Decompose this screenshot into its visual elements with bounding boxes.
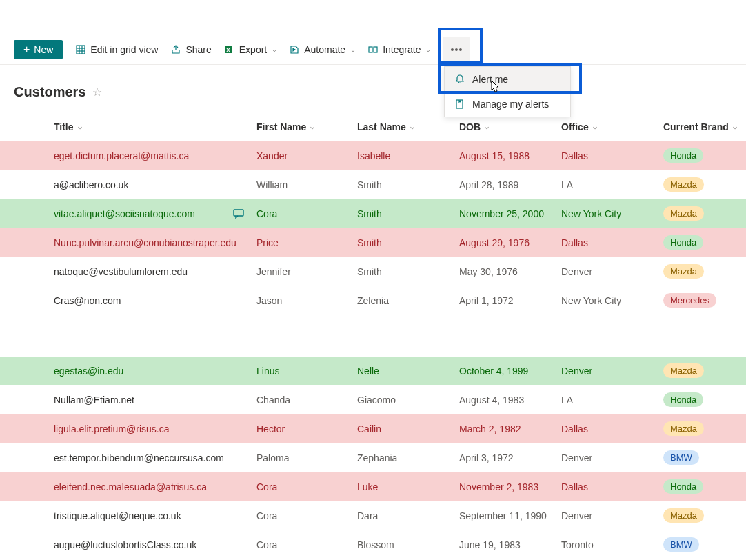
cell-last: Blossom (357, 539, 459, 550)
cell-title[interactable]: Nunc.pulvinar.arcu@conubianostraper.edu (54, 237, 236, 248)
chevron-down-icon: ⌵ (733, 123, 737, 130)
cell-dob: March 2, 1982 (459, 423, 561, 434)
col-dob[interactable]: DOB⌵ (459, 121, 561, 132)
table-row[interactable]: egestas@in.eduLinusNelleOctober 4, 1999D… (0, 357, 746, 386)
more-actions-button[interactable]: ••• (443, 37, 470, 62)
cell-brand: Mazda (663, 421, 746, 436)
cell-title[interactable]: eleifend.nec.malesuada@atrisus.ca (54, 481, 207, 492)
col-title[interactable]: Title⌵ (54, 121, 256, 132)
table-row[interactable]: est.tempor.bibendum@neccursusa.comPaloma… (0, 443, 746, 472)
col-brand[interactable]: Current Brand⌵ (663, 121, 746, 132)
table-row[interactable]: vitae.aliquet@sociisnatoque.comCoraSmith… (0, 199, 746, 228)
chevron-down-icon: ⌵ (78, 123, 82, 130)
table-row[interactable]: Nunc.pulvinar.arcu@conubianostraper.eduP… (0, 228, 746, 257)
manage-alerts-label: Manage my alerts (472, 99, 549, 110)
col-first-name[interactable]: First Name⌵ (256, 121, 357, 132)
cell-brand: Mazda (663, 206, 746, 221)
cell-office: Dallas (561, 481, 663, 492)
alert-me-item[interactable]: Alert me (445, 67, 570, 92)
cell-first: Cora (256, 481, 357, 492)
cell-last: Giacomo (357, 394, 459, 406)
cell-office: Toronto (561, 539, 663, 550)
favorite-star-icon[interactable]: ☆ (92, 86, 102, 99)
cell-title[interactable]: tristique.aliquet@neque.co.uk (54, 510, 181, 521)
cell-last: Luke (357, 481, 459, 492)
brand-pill: Honda (663, 235, 703, 250)
brand-pill: Mazda (663, 363, 704, 378)
cell-title[interactable]: a@aclibero.co.uk (54, 179, 128, 190)
share-icon (170, 44, 181, 55)
cell-title[interactable]: est.tempor.bibendum@neccursusa.com (54, 452, 224, 463)
brand-pill: Mazda (663, 264, 704, 279)
integrate-button[interactable]: Integrate ⌵ (367, 44, 430, 55)
table-row[interactable]: tristique.aliquet@neque.co.ukCoraDaraSep… (0, 501, 746, 530)
new-button[interactable]: + New (14, 40, 63, 59)
cell-last: Isabelle (357, 150, 459, 161)
edit-grid-button[interactable]: Edit in grid view (75, 44, 158, 55)
cell-first: Hector (256, 423, 357, 434)
page-header: Customers ☆ (0, 65, 746, 112)
cell-brand: Mazda (663, 264, 746, 279)
cell-brand: Mazda (663, 363, 746, 378)
export-button[interactable]: X Export ⌵ (224, 44, 276, 55)
share-button[interactable]: Share (170, 44, 211, 55)
top-divider (0, 0, 746, 8)
brand-pill: Mazda (663, 177, 704, 192)
cell-first: Xander (256, 150, 357, 161)
cell-office: Dallas (561, 237, 663, 248)
alert-me-label: Alert me (472, 74, 508, 85)
command-bar: + New Edit in grid view Share X Export ⌵… (0, 34, 746, 65)
table-row[interactable]: ligula.elit.pretium@risus.caHectorCailin… (0, 414, 746, 443)
cell-title[interactable]: eget.dictum.placerat@mattis.ca (54, 150, 189, 161)
automate-icon (289, 44, 300, 55)
manage-alerts-item[interactable]: Manage my alerts (445, 92, 570, 117)
brand-pill: Honda (663, 392, 703, 407)
svg-rect-7 (369, 47, 372, 52)
chevron-down-icon: ⌵ (272, 46, 276, 53)
cell-dob: August 4, 1983 (459, 394, 561, 406)
cell-office: Dallas (561, 423, 663, 434)
cell-office: Denver (561, 366, 663, 377)
cell-title[interactable]: natoque@vestibulumlorem.edu (54, 266, 188, 277)
cell-dob: August 15, 1988 (459, 150, 561, 161)
automate-button[interactable]: Automate ⌵ (289, 44, 355, 55)
comment-icon[interactable] (233, 209, 245, 219)
cell-dob: June 19, 1983 (459, 539, 561, 550)
automate-label: Automate (304, 44, 345, 55)
table-row[interactable]: Nullam@Etiam.netChandaGiacomoAugust 4, 1… (0, 386, 746, 414)
table-row[interactable]: natoque@vestibulumlorem.eduJenniferSmith… (0, 257, 746, 286)
cell-title[interactable]: Cras@non.com (54, 295, 121, 306)
cell-dob: November 2, 1983 (459, 481, 561, 492)
table-row[interactable]: eleifend.nec.malesuada@atrisus.caCoraLuk… (0, 472, 746, 501)
svg-rect-8 (374, 47, 377, 52)
cell-title[interactable]: vitae.aliquet@sociisnatoque.com (54, 208, 195, 219)
cell-title[interactable]: augue@luctuslobortisClass.co.uk (54, 539, 196, 550)
cell-last: Smith (357, 237, 459, 248)
grid-icon (75, 44, 86, 55)
svg-text:X: X (226, 47, 230, 53)
col-office[interactable]: Office⌵ (561, 121, 663, 132)
cell-first: Cora (256, 208, 357, 219)
cell-first: Cora (256, 539, 357, 550)
excel-icon: X (224, 44, 235, 55)
cell-dob: October 4, 1999 (459, 366, 561, 377)
chevron-down-icon: ⌵ (351, 46, 355, 53)
cell-title[interactable]: ligula.elit.pretium@risus.ca (54, 423, 170, 434)
col-last-name[interactable]: Last Name⌵ (357, 121, 459, 132)
integrate-icon (367, 44, 379, 55)
table-row[interactable]: a@aclibero.co.ukWilliamSmithApril 28, 19… (0, 170, 746, 199)
table-row[interactable]: Cras@non.comJasonZeleniaApril 1, 1972New… (0, 286, 746, 315)
brand-pill: Mercedes (663, 293, 716, 308)
customers-table: Title⌵ First Name⌵ Last Name⌵ DOB⌵ Offic… (0, 112, 746, 559)
cell-title[interactable]: egestas@in.edu (54, 366, 123, 377)
cell-dob: May 30, 1976 (459, 266, 561, 277)
cell-first: Jennifer (256, 266, 357, 277)
chevron-down-icon: ⌵ (426, 46, 430, 53)
table-row[interactable]: eget.dictum.placerat@mattis.caXanderIsab… (0, 141, 746, 170)
cell-office: LA (561, 394, 663, 406)
cell-title[interactable]: Nullam@Etiam.net (54, 394, 134, 406)
cell-office: Denver (561, 510, 663, 521)
cell-dob: April 28, 1989 (459, 179, 561, 190)
cell-dob: August 29, 1976 (459, 237, 561, 248)
table-row[interactable]: augue@luctuslobortisClass.co.ukCoraBloss… (0, 530, 746, 559)
